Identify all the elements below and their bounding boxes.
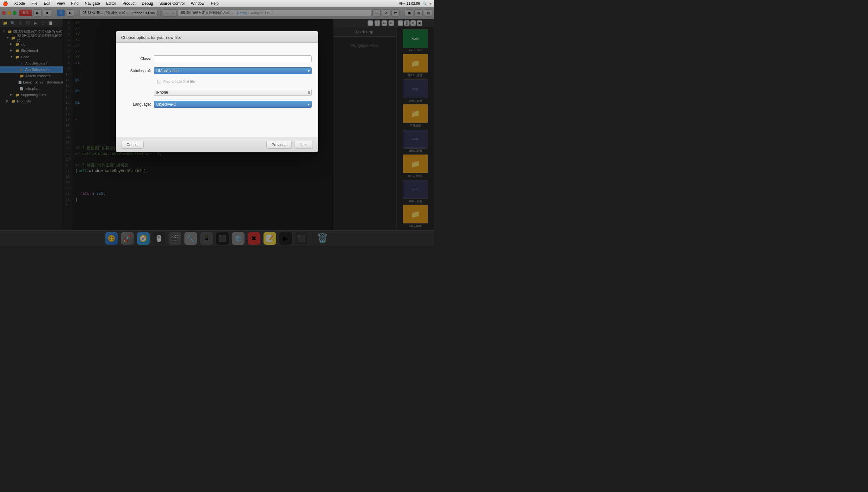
menubar-time: 周一 11:02:06 — [399, 1, 420, 6]
modal-header: Choose options for your new file: — [116, 31, 318, 43]
menu-product[interactable]: Product — [121, 1, 137, 6]
next-button[interactable]: Next — [294, 141, 313, 149]
menu-find[interactable]: Find — [70, 1, 80, 6]
menu-editor[interactable]: Editor — [105, 1, 117, 6]
nav-button-group: Previous Next — [266, 141, 313, 149]
language-select-wrapper: Objective-C Swift ▼ — [154, 101, 312, 108]
device-row: iPhone iPad ⇅ — [122, 89, 312, 96]
menu-source-control[interactable]: Source Control — [158, 1, 186, 6]
language-row: Language: Objective-C Swift ▼ — [122, 101, 312, 108]
subclass-row: Subclass of: UIApplication UIViewControl… — [122, 67, 312, 74]
cancel-button[interactable]: Cancel — [121, 141, 144, 149]
modal-title: Choose options for your new file: — [121, 35, 313, 40]
device-select-wrapper: iPhone iPad ⇅ — [154, 89, 312, 96]
language-select[interactable]: Objective-C Swift — [154, 101, 312, 108]
menubar: 🍎 Xcode File Edit View Find Navigate Edi… — [0, 0, 434, 7]
menu-window[interactable]: Window — [190, 1, 206, 6]
menu-xcode[interactable]: Xcode — [13, 1, 26, 6]
xib-row: Also create XIB file — [122, 79, 312, 84]
previous-button[interactable]: Previous — [266, 141, 292, 149]
xib-checkbox-label: Also create XIB file — [163, 79, 195, 84]
subclass-select-wrapper: UIApplication UIViewController NSObject … — [154, 67, 312, 74]
subclass-label: Subclass of: — [122, 69, 154, 73]
menubar-menu-icon[interactable]: ≡ — [430, 2, 432, 5]
modal-footer: Cancel Previous Next — [116, 138, 318, 152]
modal-overlay: Choose options for your new file: Class:… — [0, 0, 434, 246]
new-file-modal: Choose options for your new file: Class:… — [116, 31, 318, 152]
apple-menu[interactable]: 🍎 — [2, 1, 8, 6]
menu-view[interactable]: View — [55, 1, 66, 6]
menubar-search-icon[interactable]: 🔍 — [423, 2, 427, 6]
language-label: Language: — [122, 102, 154, 106]
modal-body: Class: Subclass of: UIApplication UIView… — [116, 43, 318, 138]
menu-navigate[interactable]: Navigate — [83, 1, 101, 6]
subclass-select[interactable]: UIApplication UIViewController NSObject — [154, 67, 312, 74]
xib-checkbox[interactable] — [157, 80, 161, 83]
menu-help[interactable]: Help — [210, 1, 220, 6]
class-label: Class: — [122, 56, 154, 61]
class-input[interactable] — [154, 55, 312, 62]
menu-edit[interactable]: Edit — [42, 1, 52, 6]
device-select[interactable]: iPhone iPad — [154, 89, 312, 96]
menu-file[interactable]: File — [30, 1, 39, 6]
menu-debug[interactable]: Debug — [141, 1, 154, 6]
class-row: Class: — [122, 55, 312, 62]
